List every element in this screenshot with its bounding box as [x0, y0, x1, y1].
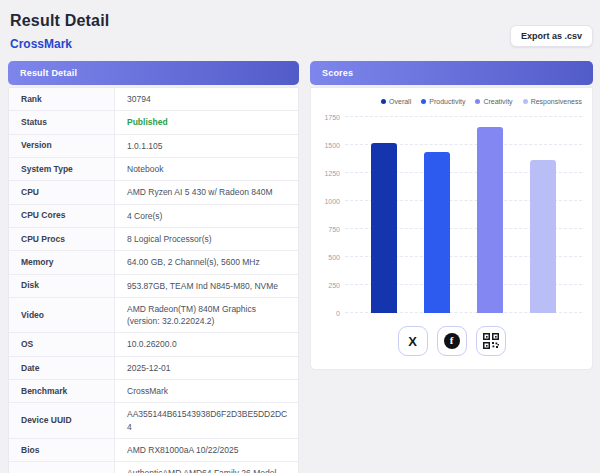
bar-productivity[interactable] — [424, 152, 450, 313]
legend-dot-icon — [523, 99, 528, 104]
page-header: Result Detail CrossMark Export as .csv — [10, 12, 593, 51]
table-row: Memory 64.00 GB, 2 Channel(s), 5600 MHz — [9, 251, 298, 274]
table-row: Status Published — [9, 111, 298, 134]
row-value: 4 Core(s) — [115, 205, 298, 227]
bars-container — [345, 117, 582, 313]
row-label: Bios — [9, 439, 115, 461]
y-axis-tick: 1750 — [317, 114, 345, 121]
legend-dot-icon — [421, 99, 426, 104]
share-x-button[interactable]: X — [398, 326, 428, 356]
row-value: CrossMark — [115, 380, 298, 402]
row-label: Date — [9, 357, 115, 379]
table-row: Device UUID AA355144B61543938D6F2D3BE5DD… — [9, 403, 298, 439]
page-title: Result Detail — [10, 12, 593, 30]
row-label: OS — [9, 333, 115, 355]
legend-item[interactable]: Responsiveness — [523, 98, 582, 105]
legend-label: Responsiveness — [531, 98, 582, 105]
scores-section: Scores OverallProductivityCreativityResp… — [310, 61, 593, 370]
row-label: CPU — [9, 181, 115, 203]
benchmark-link[interactable]: CrossMark — [10, 37, 593, 51]
legend-item[interactable]: Overall — [381, 98, 411, 105]
row-value: Notebook — [115, 158, 298, 180]
row-label: CPU Cores — [9, 205, 115, 227]
row-value: Published — [115, 111, 298, 133]
row-value: 2025-12-01 — [115, 357, 298, 379]
y-axis-tick: 1500 — [317, 142, 345, 149]
bar-creativity[interactable] — [477, 127, 503, 313]
bar-responsiveness[interactable] — [530, 160, 556, 313]
y-axis-tick: 0 — [317, 310, 345, 317]
row-label: Identifier — [9, 462, 115, 473]
row-label: Video — [9, 298, 115, 333]
plot-area: 02505007501000125015001750 — [345, 117, 582, 313]
table-row: Rank 30794 — [9, 88, 298, 111]
scores-banner: Scores — [310, 61, 593, 85]
bar-overall[interactable] — [371, 143, 397, 313]
table-row: CPU Cores 4 Core(s) — [9, 205, 298, 228]
spec-table-body: Rank 30794 Status Published Version 1.0.… — [9, 88, 298, 473]
table-row: CPU AMD Ryzen AI 5 430 w/ Radeon 840M — [9, 181, 298, 204]
row-value: 953.87GB, TEAM Ind N845-M80, NVMe — [115, 275, 298, 297]
result-detail-banner: Result Detail — [8, 61, 299, 85]
table-row: Bios AMD RX81000aA 10/22/2025 — [9, 439, 298, 462]
table-row: Disk 953.87GB, TEAM Ind N845-M80, NVMe — [9, 275, 298, 298]
y-axis-tick: 1250 — [317, 170, 345, 177]
qr-code-icon — [483, 333, 499, 349]
row-value: AMD Radeon(TM) 840M Graphics (version: 3… — [115, 298, 298, 333]
row-value: 8 Logical Processor(s) — [115, 228, 298, 250]
export-csv-button[interactable]: Export as .csv — [510, 25, 593, 47]
spec-table: Rank 30794 Status Published Version 1.0.… — [8, 87, 299, 473]
page: Result Detail CrossMark Export as .csv R… — [0, 0, 600, 473]
table-row: Date 2025-12-01 — [9, 357, 298, 380]
legend-item[interactable]: Productivity — [421, 98, 465, 105]
bar-chart: 02505007501000125015001750 — [317, 117, 582, 313]
content-columns: Result Detail Rank 30794 Status Publishe… — [8, 61, 593, 473]
table-row: OS 10.0.26200.0 — [9, 333, 298, 356]
row-label: Version — [9, 135, 115, 157]
row-value: 10.0.26200.0 — [115, 333, 298, 355]
legend-dot-icon — [475, 99, 480, 104]
row-value: 30794 — [115, 88, 298, 110]
chart-legend: OverallProductivityCreativityResponsiven… — [311, 96, 592, 105]
row-label: System Type — [9, 158, 115, 180]
row-label: Memory — [9, 251, 115, 273]
row-label: Status — [9, 111, 115, 133]
legend-dot-icon — [381, 99, 386, 104]
row-label: Disk — [9, 275, 115, 297]
row-value: 1.0.1.105 — [115, 135, 298, 157]
x-icon: X — [408, 335, 417, 348]
row-value: AMD Ryzen AI 5 430 w/ Radeon 840M — [115, 181, 298, 203]
row-label: CPU Procs — [9, 228, 115, 250]
table-row: System Type Notebook — [9, 158, 298, 181]
table-row: Version 1.0.1.105 — [9, 135, 298, 158]
row-label: Device UUID — [9, 403, 115, 438]
y-axis-tick: 750 — [317, 226, 345, 233]
table-row: Benchmark CrossMark — [9, 380, 298, 403]
row-label: Benchmark — [9, 380, 115, 402]
row-value: AuthenticAMD AMD64 Family 26 Model 104 S… — [115, 462, 298, 473]
facebook-icon: f — [444, 333, 460, 349]
result-detail-section: Result Detail Rank 30794 Status Publishe… — [8, 61, 299, 473]
row-value: 64.00 GB, 2 Channel(s), 5600 MHz — [115, 251, 298, 273]
share-qr-button[interactable] — [476, 326, 506, 356]
share-buttons: X f — [311, 326, 592, 356]
row-label: Rank — [9, 88, 115, 110]
table-row: Identifier AuthenticAMD AMD64 Family 26 … — [9, 462, 298, 473]
scores-card: OverallProductivityCreativityResponsiven… — [310, 87, 593, 370]
table-row: CPU Procs 8 Logical Processor(s) — [9, 228, 298, 251]
legend-label: Overall — [389, 98, 411, 105]
y-axis-tick: 500 — [317, 254, 345, 261]
y-axis-tick: 250 — [317, 282, 345, 289]
share-facebook-button[interactable]: f — [437, 326, 467, 356]
legend-label: Productivity — [429, 98, 465, 105]
table-row: Video AMD Radeon(TM) 840M Graphics (vers… — [9, 298, 298, 334]
legend-label: Creativity — [483, 98, 512, 105]
row-value: AMD RX81000aA 10/22/2025 — [115, 439, 298, 461]
y-axis-tick: 1000 — [317, 198, 345, 205]
legend-item[interactable]: Creativity — [475, 98, 512, 105]
row-value: AA355144B61543938D6F2D3BE5DD2DC4 — [115, 403, 298, 438]
